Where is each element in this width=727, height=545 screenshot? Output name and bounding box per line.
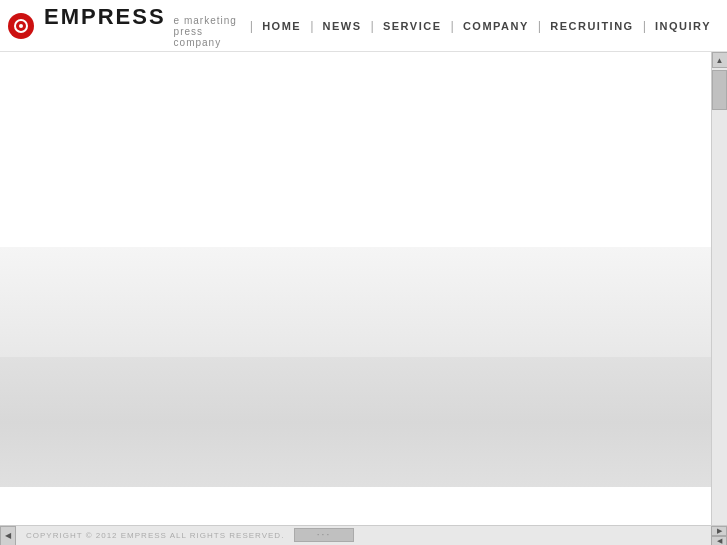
section-white	[0, 52, 727, 247]
scroll-up-button[interactable]: ▲	[712, 52, 728, 68]
section-grey	[0, 357, 727, 487]
scroll-dots: ···	[317, 529, 331, 540]
nav-sep-1: |	[310, 18, 313, 33]
logo-area: EMPRESS e marketing press company	[8, 4, 247, 48]
page-wrapper: EMPRESS e marketing press company | HOME…	[0, 0, 727, 545]
nav-sep-4: |	[538, 18, 541, 33]
scroll-left-button[interactable]: ◀	[0, 526, 16, 546]
nav-item-recruiting[interactable]: RECRUITING	[544, 16, 639, 36]
content-with-scrollbar: ▲ ▼	[0, 52, 727, 525]
logo-brand: EMPRESS	[44, 4, 166, 30]
bottom-scroll-track: COPYRIGHT © 2012 EMPRESS ALL RIGHTS RESE…	[16, 526, 711, 545]
main-nav: | HOME | NEWS | SERVICE | COMPANY | RECR…	[247, 16, 717, 36]
corner-buttons: ▶ ◀	[711, 526, 727, 546]
nav-item-company[interactable]: COMPANY	[457, 16, 535, 36]
scrollbar-thumb[interactable]	[712, 70, 727, 110]
nav-item-service[interactable]: SERVICE	[377, 16, 448, 36]
nav-item-home[interactable]: HOME	[256, 16, 307, 36]
bottom-scroll-thumb[interactable]: ···	[294, 528, 354, 542]
logo-tagline: e marketing press company	[174, 15, 247, 48]
header: EMPRESS e marketing press company | HOME…	[0, 0, 727, 52]
scrollbar-track	[712, 68, 727, 525]
logo-icon	[8, 13, 34, 39]
corner-scroll-right-down[interactable]: ◀	[711, 536, 727, 546]
nav-sep-2: |	[371, 18, 374, 33]
scrollbar-right: ▲ ▼	[711, 52, 727, 525]
corner-scroll-right-up[interactable]: ▶	[711, 526, 727, 536]
footer-text: COPYRIGHT © 2012 EMPRESS ALL RIGHTS RESE…	[26, 531, 284, 540]
nav-sep-0: |	[250, 18, 253, 33]
bottom-scrollbar-bar: ◀ COPYRIGHT © 2012 EMPRESS ALL RIGHTS RE…	[0, 525, 727, 545]
nav-sep-5: |	[643, 18, 646, 33]
section-light-grey	[0, 247, 727, 357]
nav-item-news[interactable]: NEWS	[317, 16, 368, 36]
nav-sep-3: |	[451, 18, 454, 33]
logo-text: EMPRESS e marketing press company	[44, 4, 247, 48]
nav-item-inquiry[interactable]: INQUIRY	[649, 16, 717, 36]
content-area	[0, 52, 727, 525]
